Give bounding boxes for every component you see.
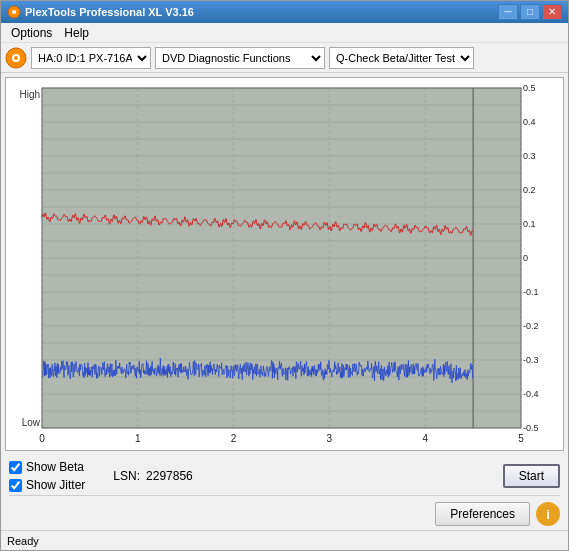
bottom-panel: Show Beta Show Jitter LSN: 2297856 Start… [1,455,568,530]
window-controls: ─ □ ✕ [498,4,562,20]
controls-row: Show Beta Show Jitter LSN: 2297856 Start [9,459,560,493]
status-text: Ready [7,535,39,547]
window-title: PlexTools Professional XL V3.16 [25,6,498,18]
show-beta-text: Show Beta [26,460,84,474]
close-button[interactable]: ✕ [542,4,562,20]
plextools-toolbar-icon [5,47,27,69]
show-jitter-checkbox[interactable] [9,479,22,492]
info-button[interactable]: i [536,502,560,526]
chart-area [5,77,564,451]
start-button[interactable]: Start [503,464,560,488]
menu-options[interactable]: Options [5,24,58,42]
action-buttons: Start [503,464,560,488]
status-bar: Ready [1,530,568,550]
chart-canvas [6,78,563,450]
test-select[interactable]: Q-Check Beta/Jitter Test [329,47,474,69]
app-icon [7,5,21,19]
show-beta-checkbox[interactable] [9,461,22,474]
lsn-value: 2297856 [146,469,193,483]
drive-select[interactable]: HA:0 ID:1 PX-716A [31,47,151,69]
show-jitter-text: Show Jitter [26,478,85,492]
show-jitter-label[interactable]: Show Jitter [9,478,85,492]
function-select[interactable]: DVD Diagnostic Functions [155,47,325,69]
svg-point-1 [12,10,16,14]
show-beta-label[interactable]: Show Beta [9,460,85,474]
menu-bar: Options Help [1,23,568,43]
lsn-label: LSN: [113,469,140,483]
lsn-section: LSN: 2297856 [113,469,192,483]
preferences-button[interactable]: Preferences [435,502,530,526]
main-window: PlexTools Professional XL V3.16 ─ □ ✕ Op… [0,0,569,551]
toolbar: HA:0 ID:1 PX-716A DVD Diagnostic Functio… [1,43,568,73]
minimize-button[interactable]: ─ [498,4,518,20]
divider [9,495,560,496]
menu-help[interactable]: Help [58,24,95,42]
svg-point-4 [14,56,18,60]
title-bar: PlexTools Professional XL V3.16 ─ □ ✕ [1,1,568,23]
maximize-button[interactable]: □ [520,4,540,20]
